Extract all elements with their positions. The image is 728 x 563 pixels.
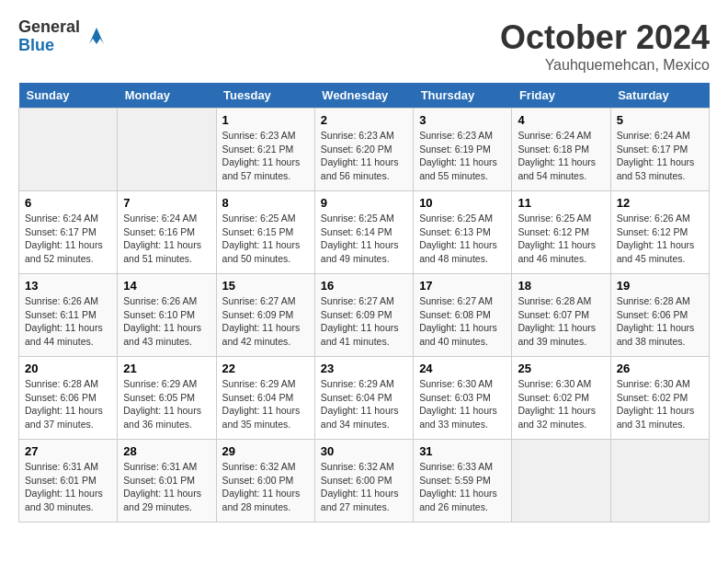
calendar-day-cell: 2Sunrise: 6:23 AM Sunset: 6:20 PM Daylig…: [314, 109, 413, 191]
day-number: 12: [617, 196, 703, 210]
day-number: 9: [321, 196, 407, 210]
day-number: 19: [617, 279, 703, 293]
day-sun-info: Sunrise: 6:31 AM Sunset: 6:01 PM Dayligh…: [25, 460, 111, 514]
title-section: October 2024 Yauhquemehcan, Mexico: [500, 18, 710, 74]
weekday-header-row: Sunday Monday Tuesday Wednesday Thursday…: [19, 83, 710, 109]
calendar-day-cell: 19Sunrise: 6:28 AM Sunset: 6:06 PM Dayli…: [610, 274, 709, 357]
calendar-week-row: 13Sunrise: 6:26 AM Sunset: 6:11 PM Dayli…: [19, 274, 710, 357]
calendar-day-cell: 18Sunrise: 6:28 AM Sunset: 6:07 PM Dayli…: [512, 274, 610, 357]
day-number: 3: [419, 113, 506, 127]
day-sun-info: Sunrise: 6:30 AM Sunset: 6:02 PM Dayligh…: [617, 377, 703, 431]
day-number: 4: [518, 113, 604, 127]
day-number: 21: [123, 362, 210, 375]
calendar-day-cell: 13Sunrise: 6:26 AM Sunset: 6:11 PM Dayli…: [19, 274, 118, 357]
day-number: 10: [419, 196, 506, 210]
day-sun-info: Sunrise: 6:33 AM Sunset: 5:59 PM Dayligh…: [419, 460, 506, 514]
day-number: 22: [222, 362, 309, 375]
day-sun-info: Sunrise: 6:25 AM Sunset: 6:14 PM Dayligh…: [321, 212, 407, 266]
header-thursday: Thursday: [414, 83, 512, 109]
day-number: 20: [25, 362, 111, 375]
calendar-day-cell: 15Sunrise: 6:27 AM Sunset: 6:09 PM Dayli…: [216, 274, 314, 357]
day-sun-info: Sunrise: 6:30 AM Sunset: 6:02 PM Dayligh…: [518, 377, 604, 431]
calendar-day-cell: 28Sunrise: 6:31 AM Sunset: 6:01 PM Dayli…: [118, 440, 216, 523]
calendar-day-cell: 24Sunrise: 6:30 AM Sunset: 6:03 PM Dayli…: [414, 357, 512, 440]
calendar-day-cell: 7Sunrise: 6:24 AM Sunset: 6:16 PM Daylig…: [118, 191, 216, 274]
day-sun-info: Sunrise: 6:26 AM Sunset: 6:12 PM Dayligh…: [617, 212, 703, 266]
calendar-day-cell: 14Sunrise: 6:26 AM Sunset: 6:10 PM Dayli…: [118, 274, 216, 357]
header: General Blue October 2024 Yauhquemehcan,…: [18, 18, 710, 74]
day-number: 14: [123, 279, 210, 293]
day-sun-info: Sunrise: 6:26 AM Sunset: 6:10 PM Dayligh…: [123, 294, 210, 349]
day-number: 30: [321, 444, 407, 458]
logo: General Blue: [18, 18, 109, 55]
day-sun-info: Sunrise: 6:28 AM Sunset: 6:06 PM Dayligh…: [25, 377, 111, 431]
day-number: 24: [419, 362, 506, 375]
day-number: 18: [518, 279, 604, 293]
day-sun-info: Sunrise: 6:25 AM Sunset: 6:13 PM Dayligh…: [419, 212, 506, 266]
header-monday: Monday: [118, 83, 216, 109]
day-sun-info: Sunrise: 6:25 AM Sunset: 6:12 PM Dayligh…: [518, 212, 604, 266]
day-sun-info: Sunrise: 6:24 AM Sunset: 6:18 PM Dayligh…: [518, 129, 604, 183]
day-number: 25: [518, 362, 604, 375]
calendar-day-cell: 16Sunrise: 6:27 AM Sunset: 6:09 PM Dayli…: [314, 274, 413, 357]
day-number: 28: [123, 444, 210, 458]
calendar-table: Sunday Monday Tuesday Wednesday Thursday…: [18, 83, 710, 523]
day-sun-info: Sunrise: 6:29 AM Sunset: 6:04 PM Dayligh…: [321, 377, 407, 431]
day-sun-info: Sunrise: 6:25 AM Sunset: 6:15 PM Dayligh…: [222, 212, 309, 266]
day-sun-info: Sunrise: 6:31 AM Sunset: 6:01 PM Dayligh…: [123, 460, 210, 514]
logo-icon: [84, 24, 109, 50]
day-sun-info: Sunrise: 6:23 AM Sunset: 6:19 PM Dayligh…: [419, 129, 506, 183]
day-number: 6: [25, 196, 111, 210]
calendar-day-cell: 8Sunrise: 6:25 AM Sunset: 6:15 PM Daylig…: [216, 191, 314, 274]
calendar-day-cell: 17Sunrise: 6:27 AM Sunset: 6:08 PM Dayli…: [414, 274, 512, 357]
calendar-day-cell: [118, 109, 216, 191]
calendar-day-cell: 23Sunrise: 6:29 AM Sunset: 6:04 PM Dayli…: [314, 357, 413, 440]
day-sun-info: Sunrise: 6:28 AM Sunset: 6:06 PM Dayligh…: [617, 294, 703, 349]
page-container: General Blue October 2024 Yauhquemehcan,…: [18, 18, 710, 523]
day-sun-info: Sunrise: 6:28 AM Sunset: 6:07 PM Dayligh…: [518, 294, 604, 349]
day-number: 8: [222, 196, 309, 210]
calendar-week-row: 1Sunrise: 6:23 AM Sunset: 6:21 PM Daylig…: [19, 109, 710, 191]
calendar-day-cell: [610, 440, 709, 523]
day-sun-info: Sunrise: 6:29 AM Sunset: 6:05 PM Dayligh…: [123, 377, 210, 431]
calendar-day-cell: 3Sunrise: 6:23 AM Sunset: 6:19 PM Daylig…: [414, 109, 512, 191]
calendar-week-row: 20Sunrise: 6:28 AM Sunset: 6:06 PM Dayli…: [19, 357, 710, 440]
day-sun-info: Sunrise: 6:24 AM Sunset: 6:17 PM Dayligh…: [25, 212, 111, 266]
calendar-day-cell: 20Sunrise: 6:28 AM Sunset: 6:06 PM Dayli…: [19, 357, 118, 440]
day-sun-info: Sunrise: 6:27 AM Sunset: 6:09 PM Dayligh…: [222, 294, 309, 349]
day-sun-info: Sunrise: 6:24 AM Sunset: 6:17 PM Dayligh…: [617, 129, 703, 183]
calendar-day-cell: 31Sunrise: 6:33 AM Sunset: 5:59 PM Dayli…: [414, 440, 512, 523]
calendar-day-cell: 29Sunrise: 6:32 AM Sunset: 6:00 PM Dayli…: [216, 440, 314, 523]
day-number: 2: [321, 113, 407, 127]
calendar-day-cell: [512, 440, 610, 523]
day-sun-info: Sunrise: 6:23 AM Sunset: 6:21 PM Dayligh…: [222, 129, 309, 183]
day-sun-info: Sunrise: 6:27 AM Sunset: 6:08 PM Dayligh…: [419, 294, 506, 349]
day-sun-info: Sunrise: 6:23 AM Sunset: 6:20 PM Dayligh…: [321, 129, 407, 183]
calendar-day-cell: 26Sunrise: 6:30 AM Sunset: 6:02 PM Dayli…: [610, 357, 709, 440]
svg-marker-0: [89, 28, 104, 44]
calendar-week-row: 27Sunrise: 6:31 AM Sunset: 6:01 PM Dayli…: [19, 440, 710, 523]
calendar-day-cell: 9Sunrise: 6:25 AM Sunset: 6:14 PM Daylig…: [314, 191, 413, 274]
day-number: 1: [222, 113, 309, 127]
calendar-day-cell: [19, 109, 118, 191]
day-sun-info: Sunrise: 6:32 AM Sunset: 6:00 PM Dayligh…: [321, 460, 407, 514]
day-number: 17: [419, 279, 506, 293]
calendar-day-cell: 6Sunrise: 6:24 AM Sunset: 6:17 PM Daylig…: [19, 191, 118, 274]
logo-text: General Blue: [18, 18, 80, 55]
calendar-day-cell: 12Sunrise: 6:26 AM Sunset: 6:12 PM Dayli…: [610, 191, 709, 274]
calendar-day-cell: 5Sunrise: 6:24 AM Sunset: 6:17 PM Daylig…: [610, 109, 709, 191]
calendar-day-cell: 30Sunrise: 6:32 AM Sunset: 6:00 PM Dayli…: [314, 440, 413, 523]
header-tuesday: Tuesday: [216, 83, 314, 109]
day-number: 11: [518, 196, 604, 210]
day-sun-info: Sunrise: 6:24 AM Sunset: 6:16 PM Dayligh…: [123, 212, 210, 266]
day-sun-info: Sunrise: 6:30 AM Sunset: 6:03 PM Dayligh…: [419, 377, 506, 431]
header-friday: Friday: [512, 83, 610, 109]
day-number: 31: [419, 444, 506, 458]
calendar-day-cell: 1Sunrise: 6:23 AM Sunset: 6:21 PM Daylig…: [216, 109, 314, 191]
logo-general: General: [18, 18, 80, 37]
day-number: 26: [617, 362, 703, 375]
day-number: 7: [123, 196, 210, 210]
calendar-day-cell: 25Sunrise: 6:30 AM Sunset: 6:02 PM Dayli…: [512, 357, 610, 440]
day-number: 15: [222, 279, 309, 293]
day-sun-info: Sunrise: 6:27 AM Sunset: 6:09 PM Dayligh…: [321, 294, 407, 349]
